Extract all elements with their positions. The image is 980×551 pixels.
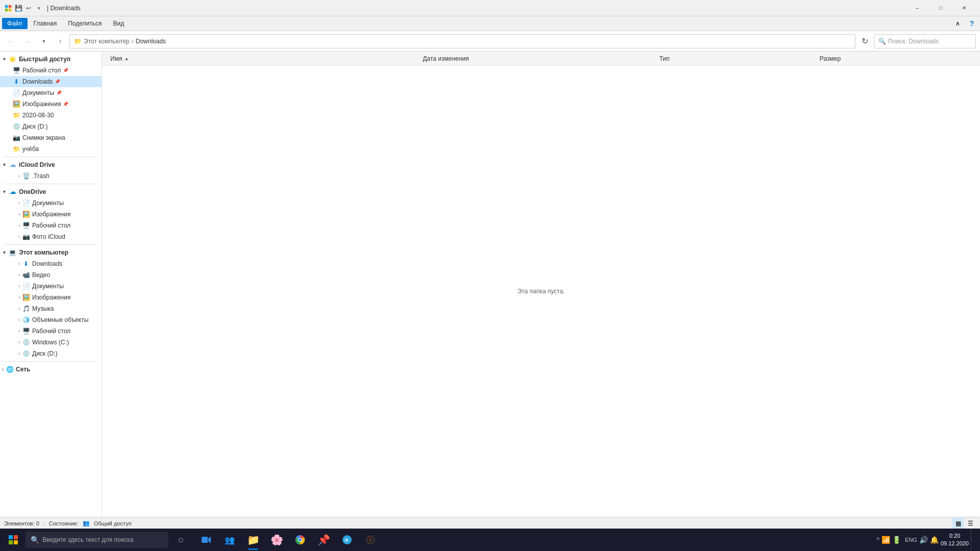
sidebar-item-images[interactable]: 🖼️ Изображения 📌 [0, 98, 102, 110]
tray-show-hidden[interactable]: ^ [876, 536, 879, 543]
menu-home[interactable]: Главная [29, 18, 62, 29]
sidebar-item-od-desktop[interactable]: › 🖥️ Рабочий стол [0, 220, 102, 231]
save-icon[interactable]: 💾 [14, 4, 22, 12]
undo-icon[interactable]: ↩ [24, 4, 33, 12]
sidebar-item-diskd[interactable]: 💿 Диск (D:) [0, 121, 102, 132]
taskbar-teams-icon[interactable]: 👥 [218, 529, 241, 551]
ribbon-help-button[interactable]: ? [966, 17, 978, 30]
sidebar-item-2020[interactable]: 📁 2020-08-30 [0, 110, 102, 121]
sidebar-item-screenshots-label: Снимки экрана [22, 134, 65, 141]
dropdown-icon[interactable]: ▾ [35, 4, 43, 12]
pc-images-expand: › [18, 295, 20, 300]
col-type-label: Тип [659, 55, 670, 62]
taskbar-pinterest-icon[interactable]: 📌 [312, 529, 335, 551]
window-controls: – □ ✕ [905, 0, 976, 16]
tray-notification-icon[interactable]: 🔔 [930, 536, 939, 544]
sidebar-item-pc-diskd[interactable]: › 💿 Диск (D:) [0, 348, 102, 359]
trash-expand-arrow: › [18, 173, 20, 179]
sidebar-item-pc-music-label: Музыка [32, 305, 54, 312]
empty-folder-message: Эта папка пуста. [518, 288, 565, 295]
sidebar-item-pc-video[interactable]: › 📹 Видео [0, 269, 102, 281]
sidebar-item-pc-3d[interactable]: › 🧊 Объемные объекты [0, 314, 102, 325]
sidebar-item-trash[interactable]: › 🗑️ .Trash [0, 170, 102, 182]
svg-marker-9 [208, 537, 211, 543]
view-list-button[interactable]: ☰ [965, 518, 976, 529]
this-pc-header[interactable]: ▼ 💻 Этот компьютер [0, 247, 102, 258]
sort-arrow-name: ▲ [124, 56, 129, 61]
col-header-name[interactable]: Имя ▲ [106, 55, 419, 62]
trash-icon: 🗑️ [22, 172, 30, 180]
start-button[interactable] [2, 529, 24, 551]
sidebar-item-desktop[interactable]: 🖥️ Рабочий стол 📌 [0, 65, 102, 76]
menu-file[interactable]: Файл [2, 18, 28, 29]
col-header-size[interactable]: Размер [816, 55, 976, 62]
pin-icon-images: 📌 [63, 102, 68, 107]
od-images-icon: 🖼️ [22, 210, 30, 218]
taskbar-cortana-button[interactable]: ○ [169, 529, 192, 551]
sidebar-item-pc-windows-c[interactable]: › 💿 Windows (C:) [0, 337, 102, 348]
tray-lang[interactable]: ENG [905, 537, 917, 543]
tray-sound-icon[interactable]: 🔊 [919, 536, 928, 544]
taskbar-app5-icon[interactable]: 🌸 [265, 529, 288, 551]
address-path-text: Этот компьютер [84, 38, 130, 45]
taskbar-search-icon: 🔍 [31, 536, 39, 544]
svg-rect-0 [5, 5, 8, 7]
this-pc-section: ▼ 💻 Этот компьютер › ⬇ Downloads › 📹 Вид… [0, 247, 102, 359]
menu-bar: Файл Главная Поделиться Вид ∧ ? [0, 16, 980, 31]
sidebar-item-pc-downloads[interactable]: › ⬇ Downloads [0, 258, 102, 269]
forward-button[interactable]: → [20, 34, 35, 48]
minimize-button[interactable]: – [905, 0, 929, 16]
sidebar-item-od-documents[interactable]: › 📄 Документы [0, 197, 102, 209]
pc-windowsc-icon: 💿 [22, 338, 30, 346]
taskbar-search[interactable]: 🔍 Введите здесь текст для поиска [26, 532, 168, 548]
menu-share[interactable]: Поделиться [63, 18, 107, 29]
back-button[interactable]: ← [4, 34, 18, 48]
maximize-button[interactable]: □ [929, 0, 952, 16]
sidebar-item-pc-images[interactable]: › 🖼️ Изображения [0, 292, 102, 303]
sidebar-item-documents[interactable]: 📄 Документы 📌 [0, 87, 102, 98]
main-layout: ▼ ⭐ Быстрый доступ 🖥️ Рабочий стол 📌 ⬇ D… [0, 52, 980, 517]
show-desktop-button[interactable] [971, 529, 974, 551]
sidebar-item-pc-desktop[interactable]: › 🖥️ Рабочий стол [0, 325, 102, 337]
svg-text:✈: ✈ [344, 537, 349, 544]
search-box[interactable]: 🔍 Поиск: Downloads [874, 34, 976, 48]
this-pc-label: Этот компьютер [19, 249, 68, 256]
close-button[interactable]: ✕ [952, 0, 976, 16]
network-header[interactable]: › 🌐 Сеть [0, 364, 102, 375]
taskbar-explorer-icon[interactable]: 📁 [242, 529, 264, 551]
up-button[interactable]: ↑ [53, 34, 67, 48]
menu-view[interactable]: Вид [108, 18, 129, 29]
sidebar-item-screenshots[interactable]: 📷 Снимки экрана [0, 132, 102, 143]
sidebar-item-downloads[interactable]: ⬇ Downloads 📌 [0, 76, 102, 87]
taskbar-telegram-icon[interactable]: ✈ [336, 529, 358, 551]
sidebar-item-od-images[interactable]: › 🖼️ Изображения [0, 209, 102, 220]
sidebar-item-pc-documents[interactable]: › 📄 Документы [0, 281, 102, 292]
sidebar: ▼ ⭐ Быстрый доступ 🖥️ Рабочий стол 📌 ⬇ D… [0, 52, 102, 517]
pc-3d-icon: 🧊 [22, 316, 30, 324]
dropdown-recent-button[interactable]: ▼ [37, 34, 51, 48]
col-header-type[interactable]: Тип [655, 55, 816, 62]
clock-date: 09.12.2020 [941, 540, 969, 547]
onedrive-header[interactable]: ▼ ☁ OneDrive [0, 186, 102, 197]
icloud-icon: ☁ [9, 161, 17, 169]
svg-rect-3 [9, 8, 11, 11]
col-date-label: Дата изменения [423, 55, 469, 62]
address-path[interactable]: 📁 Этот компьютер › Downloads [69, 34, 855, 48]
system-clock[interactable]: 0:20 09.12.2020 [941, 532, 969, 548]
view-grid-button[interactable]: ▦ [952, 518, 964, 529]
taskbar-zoom-icon[interactable] [195, 529, 217, 551]
taskbar-chrome-icon[interactable] [289, 529, 311, 551]
quick-access-header[interactable]: ▼ ⭐ Быстрый доступ [0, 54, 102, 65]
refresh-button[interactable]: ↻ [857, 34, 872, 48]
col-header-date[interactable]: Дата изменения [419, 55, 655, 62]
taskbar-music-icon[interactable] [359, 529, 382, 551]
icloud-header[interactable]: ▼ ☁ iCloud Drive [0, 159, 102, 170]
sidebar-item-pc-music[interactable]: › 🎵 Музыка [0, 303, 102, 314]
onedrive-section: ▼ ☁ OneDrive › 📄 Документы › 🖼️ Изображе… [0, 186, 102, 242]
sidebar-item-study[interactable]: 📁 учёба [0, 143, 102, 155]
ribbon-expand-button[interactable]: ∧ [951, 17, 964, 30]
window-title: | Downloads [47, 5, 905, 12]
sidebar-item-od-photo-icloud[interactable]: › 📷 Фото iCloud [0, 231, 102, 242]
icloud-section: ▼ ☁ iCloud Drive › 🗑️ .Trash [0, 159, 102, 182]
pc-desktop-expand: › [18, 329, 20, 334]
